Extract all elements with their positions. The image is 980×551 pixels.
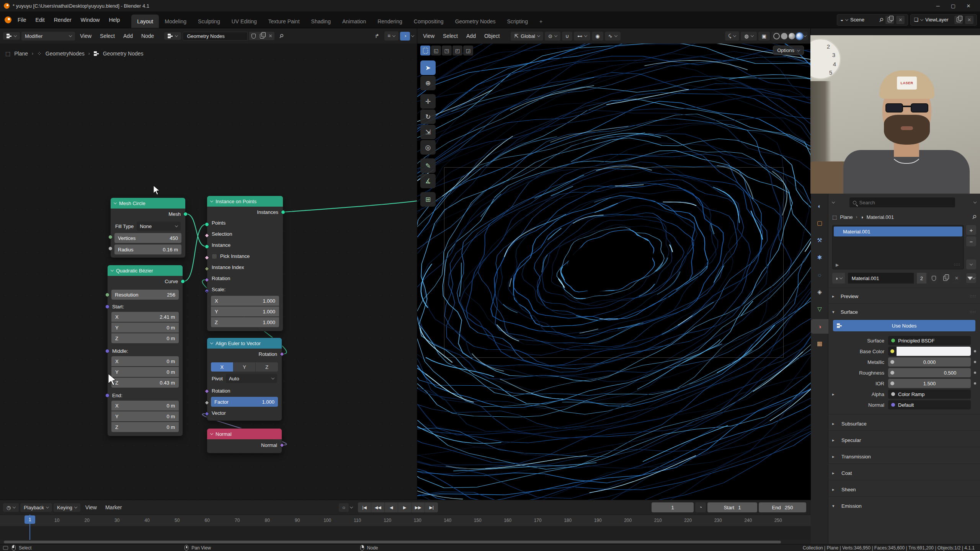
select-mode-set[interactable]: [420, 46, 430, 55]
copy-node-tree-button[interactable]: [258, 32, 266, 40]
properties-tab-object-data[interactable]: ▽: [811, 302, 828, 316]
node-menu-select[interactable]: Select: [96, 31, 118, 41]
shading-rendered-button[interactable]: [796, 33, 803, 39]
jump-to-start-button[interactable]: |◀: [358, 502, 371, 512]
playback-dropdown[interactable]: Playback: [20, 503, 52, 512]
unlink-scene-button[interactable]: ✕: [896, 16, 905, 24]
material-name-field[interactable]: Material.001: [848, 273, 914, 284]
view3d-menu-view[interactable]: View: [420, 31, 438, 41]
view-layer-selector[interactable]: ❏ ViewLayer ✕: [910, 14, 977, 26]
view3d-menu-select[interactable]: Select: [439, 31, 461, 41]
metallic-field[interactable]: 0.000: [888, 357, 971, 367]
viewport-3d[interactable]: ◱ ◳ ◰ ◲ Options ➤ ⊕ ✛ ↻ ⇲ ◎ ✎ ∡ ⊞: [417, 44, 811, 500]
prev-keyframe-button[interactable]: ◀◀: [371, 502, 384, 512]
socket-start-input[interactable]: [105, 305, 109, 309]
material-slot-selected[interactable]: Material.001: [834, 227, 962, 236]
keying-dropdown[interactable]: Keying: [54, 503, 80, 512]
node-menu-view[interactable]: View: [77, 31, 95, 41]
pick-instance-checkbox[interactable]: [212, 254, 217, 259]
normal-field[interactable]: Default: [888, 400, 971, 409]
timeline-scrollbar[interactable]: [4, 541, 781, 543]
material-filter-dropdown[interactable]: [966, 273, 976, 283]
props-breadcrumb-material[interactable]: Material.001: [866, 214, 894, 220]
geometry-node-editor[interactable]: ⬚ Plane › ⁘ GeometryNodes › Geometry Nod…: [0, 44, 417, 500]
select-mode-subtract[interactable]: ◳: [442, 46, 452, 55]
node-instance-on-points[interactable]: Instance on Points Instances Points Sele…: [207, 196, 283, 331]
pin-id-icon[interactable]: ⚲: [971, 214, 978, 221]
xray-toggle[interactable]: ▣: [758, 32, 770, 41]
node-align-euler-to-vector[interactable]: Align Euler to Vector Rotation X Y Z Piv…: [207, 337, 282, 421]
pivot-point-dropdown[interactable]: ⊙: [545, 32, 560, 41]
pin-scene-icon[interactable]: ⚲: [878, 16, 885, 23]
remove-material-slot-button[interactable]: −: [966, 236, 976, 246]
ior-field[interactable]: 1.500: [888, 379, 971, 388]
subsurface-panel-header[interactable]: ▸Subsurface: [832, 417, 976, 430]
shading-wireframe-button[interactable]: [773, 33, 780, 39]
blender-menu-icon[interactable]: [5, 16, 11, 23]
material-specials-dropdown[interactable]: [966, 259, 976, 269]
node-align-euler-header[interactable]: Align Euler to Vector: [207, 338, 282, 349]
sheen-panel-header[interactable]: ▸Sheen: [832, 483, 976, 496]
material-users-count[interactable]: 2: [917, 273, 926, 284]
workspace-tab-modeling[interactable]: Modeling: [159, 15, 192, 28]
current-frame-field[interactable]: 1: [652, 502, 694, 512]
show-gizmo-dropdown[interactable]: ⤹: [725, 31, 740, 41]
surface-panel-header[interactable]: ▾Surface∷∷: [832, 306, 976, 318]
socket-resolution-input[interactable]: [105, 293, 109, 297]
properties-tab-modifiers[interactable]: ⚒: [811, 233, 828, 248]
alpha-expand-icon[interactable]: ▸: [832, 392, 838, 397]
tool-transform[interactable]: ◎: [420, 140, 436, 155]
auto-keying-toggle[interactable]: ○: [339, 503, 349, 512]
workspace-tab-animation[interactable]: Animation: [336, 15, 372, 28]
select-mode-invert[interactable]: ◰: [452, 46, 462, 55]
tool-rotate[interactable]: ↻: [420, 109, 436, 124]
search-input[interactable]: [859, 200, 952, 205]
new-scene-button[interactable]: [885, 16, 894, 24]
timeline-menu-marker[interactable]: Marker: [102, 503, 126, 512]
socket-middle-input[interactable]: [105, 349, 109, 353]
axis-x-button[interactable]: X: [211, 362, 233, 372]
socket-curve-output[interactable]: [181, 279, 185, 284]
snap-magnet-toggle[interactable]: ∪: [562, 32, 573, 41]
workspace-tab-scripting[interactable]: Scripting: [501, 15, 533, 28]
play-button[interactable]: ▶: [398, 502, 411, 512]
scene-selector[interactable]: ◒ Scene ⚲ ✕: [837, 14, 908, 26]
properties-tab-material[interactable]: ◑: [811, 319, 828, 334]
frame-start-field[interactable]: Start1: [707, 502, 757, 512]
base-color-field[interactable]: [888, 347, 971, 356]
alpha-field[interactable]: Color Ramp: [888, 390, 971, 399]
tool-measure[interactable]: ∡: [420, 174, 436, 188]
timeline-editor-type-button[interactable]: ◷: [3, 503, 19, 512]
timeline-menu-view[interactable]: View: [82, 503, 100, 512]
radius-field[interactable]: Radius 0.16 m: [114, 245, 181, 254]
node-tree-name-field[interactable]: Geometry Nodes: [183, 32, 248, 41]
node-tree-type-icon[interactable]: [164, 32, 181, 40]
node-menu-node[interactable]: Node: [138, 31, 157, 41]
ior-decorator[interactable]: [974, 382, 976, 385]
play-reverse-button[interactable]: ◀: [385, 502, 398, 512]
preview-panel-header[interactable]: ▸Preview∷∷: [832, 290, 976, 302]
socket-instances-output[interactable]: [281, 210, 285, 214]
node-tree-mode-dropdown[interactable]: Modifier: [21, 32, 75, 41]
node-instance-on-points-header[interactable]: Instance on Points: [207, 196, 283, 207]
properties-tab-world[interactable]: ◐: [811, 199, 828, 213]
add-workspace-button[interactable]: +: [534, 15, 548, 28]
node-overlays-dropdown-icon[interactable]: [411, 34, 414, 37]
node-quadratic-bezier[interactable]: Quadratic Bézier Curve Resolution 256 St…: [107, 265, 183, 436]
material-fake-user-button[interactable]: [929, 273, 938, 284]
specular-panel-header[interactable]: ▸Specular: [832, 433, 976, 447]
node-quadratic-bezier-header[interactable]: Quadratic Bézier: [108, 265, 183, 276]
scale-vector-fields[interactable]: X1.000 Y1.000 Z1.000: [211, 296, 279, 327]
shading-solid-button[interactable]: [781, 33, 787, 39]
properties-tab-particles[interactable]: ✱: [811, 250, 828, 265]
use-preview-range-button[interactable]: ◔: [695, 502, 706, 512]
options-button[interactable]: Options: [773, 46, 804, 55]
workspace-tab-layout[interactable]: Layout: [131, 15, 159, 28]
proportional-editing-toggle[interactable]: ◉: [592, 32, 603, 41]
properties-filter-dropdown-icon[interactable]: [973, 200, 977, 203]
transform-orientation-dropdown[interactable]: ⇱ Global: [511, 32, 543, 41]
workspace-tab-compositing[interactable]: Compositing: [408, 15, 449, 28]
workspace-tab-texture-paint[interactable]: Texture Paint: [263, 15, 305, 28]
proportional-falloff-dropdown[interactable]: ∿: [605, 32, 621, 41]
timeline-editor[interactable]: ◷ Playback Keying View Marker ○ |◀ ◀◀ ◀ …: [0, 500, 811, 544]
